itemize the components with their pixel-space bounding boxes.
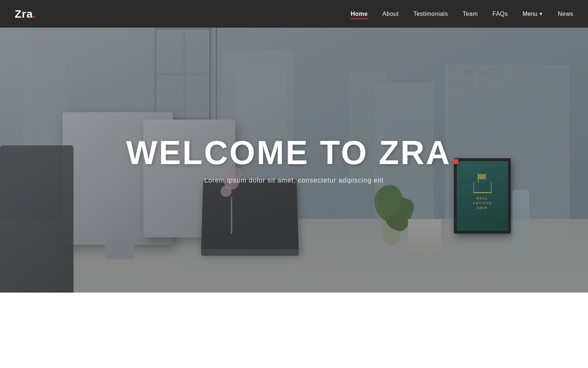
nav-link-faqs[interactable]: FAQs <box>492 11 508 18</box>
nav-link-about[interactable]: About <box>383 11 399 18</box>
nav-item-team[interactable]: Team <box>463 11 478 17</box>
nav-item-faqs[interactable]: FAQs <box>492 11 508 17</box>
nav-dropdown-menu[interactable]: Menu ▼ <box>523 11 543 17</box>
bottom-section <box>0 293 588 368</box>
logo-text: Zra <box>15 8 33 20</box>
nav-link-team[interactable]: Team <box>463 11 478 18</box>
hero-title: WELCOME TO ZRA. <box>126 136 462 169</box>
nav-link-testimonials[interactable]: Testimonials <box>413 11 448 18</box>
nav-item-home[interactable]: Home <box>351 11 368 17</box>
logo[interactable]: Zra. <box>15 8 36 20</box>
hero-title-text: WELCOME TO ZRA <box>126 134 451 171</box>
nav-links: Home About Testimonials Team FAQs Menu ▼… <box>351 11 573 17</box>
hero-title-dot: . <box>451 134 462 171</box>
hero-subtitle: Lorem ipsum dolor sit amet, consectetur … <box>126 177 462 184</box>
hero-content: WELCOME TO ZRA. Lorem ipsum dolor sit am… <box>126 136 462 184</box>
logo-dot: . <box>33 8 36 20</box>
nav-item-news[interactable]: News <box>558 11 573 17</box>
nav-link-home[interactable]: Home <box>351 11 368 19</box>
nav-item-menu[interactable]: Menu ▼ <box>523 11 543 17</box>
nav-link-menu: Menu <box>523 11 537 17</box>
navbar: Zra. Home About Testimonials Team FAQs M… <box>0 0 588 28</box>
chevron-down-icon: ▼ <box>539 11 543 17</box>
nav-item-about[interactable]: About <box>383 11 399 17</box>
nav-link-news[interactable]: News <box>558 11 573 18</box>
hero-section: REAL ARTISTS SHIP WELCOME TO ZRA. Lorem … <box>0 28 588 293</box>
nav-item-testimonials[interactable]: Testimonials <box>413 11 448 17</box>
